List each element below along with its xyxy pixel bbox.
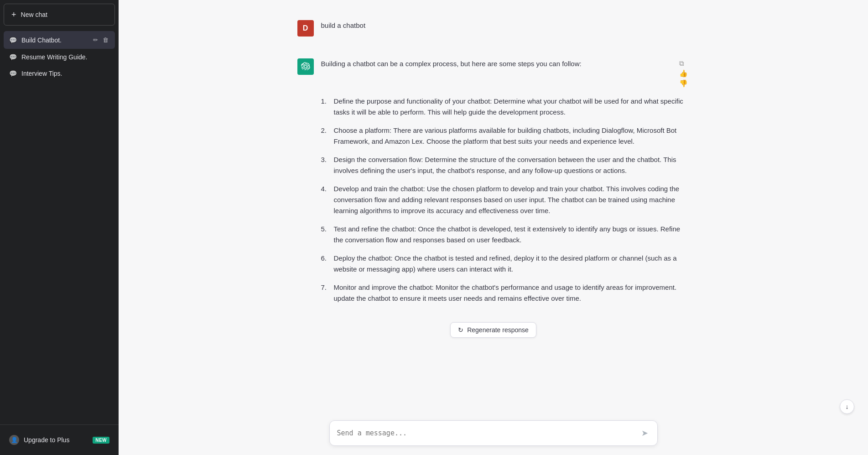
assistant-message-actions: ⧉ 👍 👎 [677, 58, 690, 89]
scroll-down-button[interactable]: ↓ [840, 399, 854, 414]
assistant-header-row: Building a chatbot can be a complex proc… [321, 58, 690, 89]
list-num-2: 2. [321, 125, 330, 147]
regenerate-button[interactable]: ↻ Regenerate response [450, 322, 536, 338]
assistant-message-row: Building a chatbot can be a complex proc… [288, 47, 699, 322]
sidebar-item-build-chatbot[interactable]: 💬 Build Chatbot. ✏ 🗑 [4, 31, 115, 49]
sidebar-item-label-2: Resume Writing Guide. [21, 53, 109, 61]
delete-button-1[interactable]: 🗑 [102, 36, 109, 44]
new-chat-button[interactable]: + New chat [4, 4, 115, 26]
new-badge: NEW [93, 437, 109, 444]
chat-container: D build a chatbot Building a chatbot can… [119, 0, 868, 455]
input-area: ➤ [119, 415, 868, 455]
assistant-message-wrapper: Building a chatbot can be a complex proc… [321, 58, 690, 311]
item-actions-1: ✏ 🗑 [92, 36, 109, 44]
send-button[interactable]: ➤ [639, 426, 650, 440]
list-text-3: Design the conversation flow: Determine … [334, 154, 690, 176]
copy-button[interactable]: ⧉ [677, 58, 686, 68]
chat-icon-1: 💬 [9, 37, 17, 44]
sidebar-item-resume-writing[interactable]: 💬 Resume Writing Guide. [4, 49, 115, 65]
list-num-6: 6. [321, 253, 330, 275]
list-item: 5.Test and refine the chatbot: Once the … [321, 224, 690, 246]
assistant-intro-text: Building a chatbot can be a complex proc… [321, 58, 582, 69]
sidebar-item-label-3: Interview Tips. [21, 70, 109, 77]
user-avatar: D [297, 20, 314, 37]
list-text-5: Test and refine the chatbot: Once the ch… [334, 224, 690, 246]
list-num-3: 3. [321, 154, 330, 176]
sidebar: + New chat 💬 Build Chatbot. ✏ 🗑 💬 Resume… [0, 0, 119, 455]
sidebar-items: 💬 Build Chatbot. ✏ 🗑 💬 Resume Writing Gu… [0, 29, 119, 424]
list-text-6: Deploy the chatbot: Once the chatbot is … [334, 253, 690, 275]
input-wrapper: ➤ [329, 420, 658, 446]
upgrade-label: Upgrade to Plus [24, 436, 69, 444]
sidebar-item-label-1: Build Chatbot. [21, 37, 88, 44]
list-text-4: Develop and train the chatbot: Use the c… [334, 183, 690, 216]
edit-button-1[interactable]: ✏ [92, 36, 99, 44]
user-message-row: D build a chatbot [288, 9, 699, 47]
user-avatar-icon: 👤 [9, 435, 19, 445]
list-text-2: Choose a platform: There are various pla… [334, 125, 690, 147]
regenerate-container: ↻ Regenerate response [119, 322, 868, 338]
upgrade-to-plus-button[interactable]: 👤 Upgrade to Plus NEW [4, 430, 115, 450]
list-item: 4.Develop and train the chatbot: Use the… [321, 183, 690, 216]
list-num-1: 1. [321, 96, 330, 118]
chat-icon-2: 💬 [9, 53, 17, 61]
regenerate-icon: ↻ [458, 326, 463, 334]
list-text-7: Monitor and improve the chatbot: Monitor… [334, 282, 690, 304]
chat-icon-3: 💬 [9, 70, 17, 77]
user-message-text: build a chatbot [321, 21, 366, 29]
plus-icon: + [11, 10, 16, 19]
scroll-down-icon: ↓ [846, 403, 849, 410]
list-num-4: 4. [321, 183, 330, 216]
list-item: 6.Deploy the chatbot: Once the chatbot i… [321, 253, 690, 275]
regenerate-label: Regenerate response [467, 326, 529, 334]
send-icon: ➤ [641, 428, 648, 438]
sidebar-item-interview-tips[interactable]: 💬 Interview Tips. [4, 65, 115, 82]
list-num-7: 7. [321, 282, 330, 304]
list-num-5: 5. [321, 224, 330, 246]
main-content: D build a chatbot Building a chatbot can… [119, 0, 868, 455]
list-item: 3.Design the conversation flow: Determin… [321, 154, 690, 176]
new-chat-label: New chat [21, 11, 47, 18]
response-list: 1.Define the purpose and functionality o… [321, 96, 690, 311]
list-item: 7.Monitor and improve the chatbot: Monit… [321, 282, 690, 304]
thumbs-down-button[interactable]: 👎 [677, 78, 690, 89]
message-input[interactable] [337, 428, 639, 439]
thumbs-up-button[interactable]: 👍 [677, 68, 690, 78]
user-message-content: build a chatbot [321, 20, 690, 31]
assistant-avatar [297, 58, 314, 75]
list-item: 1.Define the purpose and functionality o… [321, 96, 690, 118]
list-item: 2.Choose a platform: There are various p… [321, 125, 690, 147]
sidebar-footer: 👤 Upgrade to Plus NEW [0, 424, 119, 455]
list-text-1: Define the purpose and functionality of … [334, 96, 690, 118]
